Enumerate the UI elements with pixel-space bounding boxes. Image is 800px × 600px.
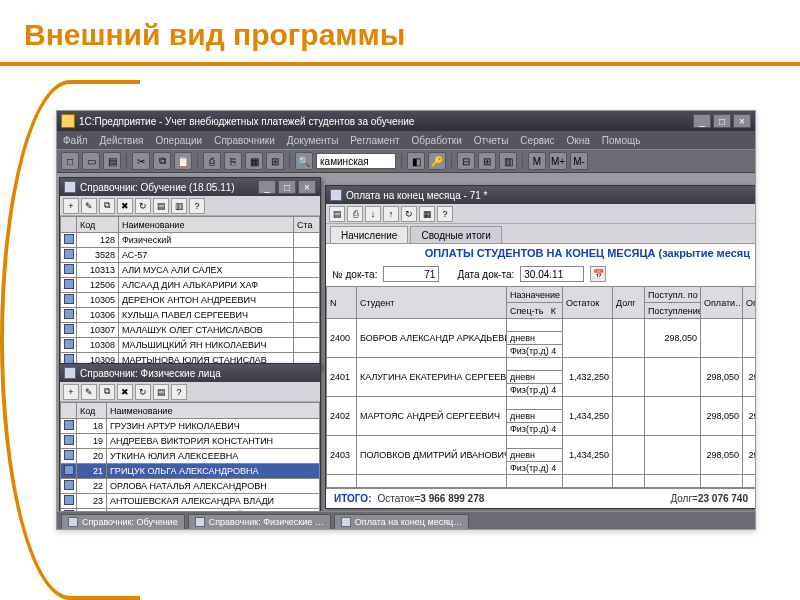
table-row[interactable]: 10313АЛИ МУСА АЛИ САЛЕХ	[61, 263, 320, 278]
table-row[interactable]: 19АНДРЕЕВА ВИКТОРИЯ КОНСТАНТИН	[61, 434, 320, 449]
phys-table[interactable]: Код Наименование 18ГРУЗИН АРТУР НИКОЛАЕВ…	[60, 402, 320, 511]
task-phys[interactable]: Справочник: Физические …	[188, 514, 331, 530]
menu-service[interactable]: Сервис	[520, 135, 554, 146]
menu-help[interactable]: Помощь	[602, 135, 641, 146]
print-icon[interactable]: ⎙	[347, 206, 363, 222]
col-oplati[interactable]: Оплати…	[701, 287, 743, 319]
menu-documents[interactable]: Документы	[287, 135, 339, 146]
table-row[interactable]: 21ГРИЦУК ОЛЬГА АЛЕКСАНДРОВНА	[61, 464, 320, 479]
tab-accrual[interactable]: Начисление	[330, 226, 408, 243]
table-row[interactable]: 10308МАЛЬШИЦКИЙ ЯН НИКОЛАЕВИЧ	[61, 338, 320, 353]
mem-m-button[interactable]: M	[528, 152, 546, 170]
table-row[interactable]: 10306КУЛЬША ПАВЕЛ СЕРГЕЕВИЧ	[61, 308, 320, 323]
cut-icon[interactable]: ✂	[132, 152, 150, 170]
copy-icon[interactable]: ⧉	[153, 152, 171, 170]
mem-mplus-button[interactable]: M+	[549, 152, 567, 170]
task-payment[interactable]: Оплата на конец месяц…	[334, 514, 469, 530]
table-row[interactable]: 2404СИДОРЕНКО ДЕНИС ЛЕОНИДОВИЧ1,434,2502…	[327, 475, 756, 488]
table-row[interactable]: 24ГРИГОРЯН СВЕТЛАНА МИХАЙЛОВНА	[61, 509, 320, 512]
maximize-button[interactable]: □	[278, 180, 296, 194]
btn-icon[interactable]: ◧	[407, 152, 425, 170]
btn-icon[interactable]: ▤	[153, 384, 169, 400]
btn-icon[interactable]: ▥	[171, 198, 187, 214]
pay-table[interactable]: N Студент Назначение Остаток Долг Поступ…	[326, 286, 755, 487]
col-naznach[interactable]: Назначение	[507, 287, 563, 303]
col-n[interactable]: N	[327, 287, 357, 319]
menu-directories[interactable]: Справочники	[214, 135, 275, 146]
refresh-icon[interactable]: ↻	[135, 198, 151, 214]
print-icon[interactable]: ⎙	[203, 152, 221, 170]
refresh-icon[interactable]: ↻	[401, 206, 417, 222]
save-icon[interactable]: ▤	[329, 206, 345, 222]
mem-mminus-button[interactable]: M-	[570, 152, 588, 170]
open-icon[interactable]: ▭	[82, 152, 100, 170]
phys-titlebar[interactable]: Справочник: Физические лица	[60, 364, 320, 382]
doc-date-input[interactable]	[520, 266, 584, 282]
btn-icon[interactable]: ▤	[153, 198, 169, 214]
table-row[interactable]: 2401КАЛУГИНА ЕКАТЕРИНА СЕРГЕЕВНА1,432,25…	[327, 358, 756, 371]
table-row[interactable]: 10305ДЕРЕНОК АНТОН АНДРЕЕВИЧ	[61, 293, 320, 308]
edit-icon[interactable]: ✎	[81, 384, 97, 400]
btn-icon[interactable]: ⊞	[478, 152, 496, 170]
menu-operations[interactable]: Операции	[155, 135, 202, 146]
col-icon[interactable]	[61, 403, 77, 419]
paste-icon[interactable]: 📋	[174, 152, 192, 170]
copy-icon[interactable]: ⧉	[99, 384, 115, 400]
doc-no-input[interactable]	[383, 266, 439, 282]
table-row[interactable]: 12506АЛСААД ДИН АЛЬКАРИРИ ХАФ	[61, 278, 320, 293]
menu-file[interactable]: Файл	[63, 135, 88, 146]
help-icon[interactable]: ?	[189, 198, 205, 214]
edit-icon[interactable]: ✎	[81, 198, 97, 214]
study-titlebar[interactable]: Справочник: Обучение (18.05.11) _ □ ×	[60, 178, 320, 196]
new-icon[interactable]: □	[61, 152, 79, 170]
close-button[interactable]: ×	[733, 114, 751, 128]
table-row[interactable]: 2400БОБРОВ АЛЕКСАНДР АРКАДЬЕВИЧ298,050	[327, 319, 756, 332]
tab-summary[interactable]: Сводные итоги	[410, 226, 502, 243]
col-oplache[interactable]: Оплаче…	[743, 287, 756, 319]
table-row[interactable]: 23АНТОШЕВСКАЯ АЛЕКСАНДРА ВЛАДИ	[61, 494, 320, 509]
btn-icon[interactable]: ⊞	[266, 152, 284, 170]
col-code[interactable]: Код	[77, 217, 119, 233]
table-row[interactable]: 2403ПОЛОВКОВ ДМИТРИЙ ИВАНОВИЧ1,434,25029…	[327, 436, 756, 449]
maximize-button[interactable]: □	[713, 114, 731, 128]
add-icon[interactable]: +	[63, 198, 79, 214]
table-row[interactable]: 2402МАРТОЯС АНДРЕЙ СЕРГЕЕВИЧ1,434,250298…	[327, 397, 756, 410]
study-table[interactable]: Код Наименование Ста 128Физический3528АС…	[60, 216, 320, 368]
btn-icon[interactable]: ▦	[245, 152, 263, 170]
col-name[interactable]: Наименование	[119, 217, 294, 233]
search-input[interactable]	[316, 153, 396, 169]
table-row[interactable]: 22ОРЛОВА НАТАЛЬЯ АЛЕКСАНДРОВН	[61, 479, 320, 494]
save-icon[interactable]: ▤	[103, 152, 121, 170]
menu-processing[interactable]: Обработки	[412, 135, 462, 146]
help-icon[interactable]: ?	[171, 384, 187, 400]
add-icon[interactable]: +	[63, 384, 79, 400]
menu-reports[interactable]: Отчеты	[474, 135, 509, 146]
copy-icon[interactable]: ⧉	[99, 198, 115, 214]
menu-actions[interactable]: Действия	[100, 135, 144, 146]
btn-icon[interactable]: ▦	[419, 206, 435, 222]
minimize-button[interactable]: _	[693, 114, 711, 128]
col-code[interactable]: Код	[77, 403, 107, 419]
col-postup-ba[interactable]: Поступление по ба…	[645, 303, 701, 319]
delete-icon[interactable]: ✖	[117, 384, 133, 400]
binoculars-icon[interactable]: 🔍	[295, 152, 313, 170]
delete-icon[interactable]: ✖	[117, 198, 133, 214]
col-student[interactable]: Студент	[357, 287, 507, 319]
col-postup[interactable]: Поступл. по пере…	[645, 287, 701, 303]
calculator-icon[interactable]: ▥	[499, 152, 517, 170]
col-dolg[interactable]: Долг	[613, 287, 645, 319]
col-icon[interactable]	[61, 217, 77, 233]
table-row[interactable]: 10307МАЛАШУК ОЛЕГ СТАНИСЛАВОВ	[61, 323, 320, 338]
help-icon[interactable]: ?	[437, 206, 453, 222]
menu-reglement[interactable]: Регламент	[350, 135, 399, 146]
table-row[interactable]: 18ГРУЗИН АРТУР НИКОЛАЕВИЧ	[61, 419, 320, 434]
menu-windows[interactable]: Окна	[567, 135, 590, 146]
btn-icon[interactable]: ⊟	[457, 152, 475, 170]
arrow-up-icon[interactable]: ↑	[383, 206, 399, 222]
col-ostatok[interactable]: Остаток	[563, 287, 613, 319]
table-row[interactable]: 3528АС-57	[61, 248, 320, 263]
table-row[interactable]: 128Физический	[61, 233, 320, 248]
close-button[interactable]: ×	[298, 180, 316, 194]
col-status[interactable]: Ста	[294, 217, 320, 233]
calendar-icon[interactable]: 📅	[590, 266, 606, 282]
